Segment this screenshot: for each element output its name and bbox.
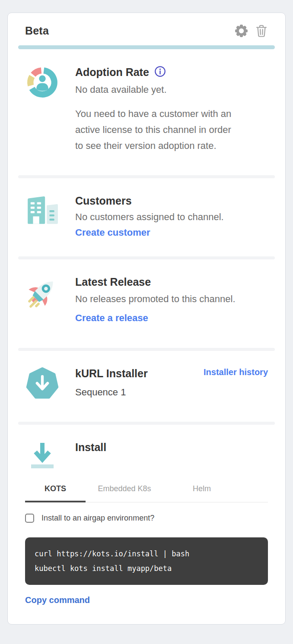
code-line-2: kubectl kots install myapp/beta: [35, 561, 258, 576]
installer-sequence: Sequence 1: [75, 387, 268, 398]
airgap-option-row: Install to an airgap environment?: [25, 514, 268, 523]
section-kurl-installer: kURL Installer Installer history Sequenc…: [18, 351, 275, 422]
latest-release-title: Latest Release: [75, 276, 268, 288]
code-line-1: curl https://kots.io/install | bash: [35, 546, 258, 561]
delete-button[interactable]: [255, 24, 268, 38]
channel-card: Beta: [7, 13, 286, 625]
adoption-rate-description: You need to have a customer with an acti…: [75, 106, 239, 154]
customers-title: Customers: [75, 195, 268, 207]
adoption-donut-icon: [25, 66, 59, 101]
channel-title: Beta: [25, 25, 234, 37]
install-tabs: KOTS Embedded K8s Helm: [25, 484, 268, 502]
create-release-link[interactable]: Create a release: [75, 313, 148, 324]
section-divider: [18, 422, 275, 425]
gear-icon: [234, 33, 248, 39]
card-header: Beta: [18, 13, 275, 45]
customers-status: No customers assigned to channel.: [75, 212, 268, 223]
trash-icon: [255, 33, 268, 39]
section-install: Install KOTS Embedded K8s Helm Install t…: [18, 425, 275, 605]
settings-button[interactable]: [234, 24, 248, 38]
info-icon[interactable]: [154, 66, 166, 79]
section-divider: [18, 256, 275, 259]
copy-command-link[interactable]: Copy command: [25, 595, 90, 605]
kurl-heptagon-download-icon: [26, 367, 59, 402]
header-actions: [234, 24, 268, 38]
adoption-rate-title: Adoption Rate: [75, 66, 149, 79]
buildings-icon: [25, 195, 59, 230]
download-arrow-icon: [27, 441, 57, 472]
channel-accent-bar: [18, 45, 275, 49]
rocket-icon: [24, 276, 61, 314]
section-customers: Customers No customers assigned to chann…: [18, 178, 275, 256]
section-adoption-rate: Adoption Rate No data available yet. You…: [18, 49, 275, 175]
section-divider: [18, 175, 275, 178]
section-divider: [18, 348, 275, 351]
adoption-rate-status: No data available yet.: [75, 84, 268, 95]
latest-release-status: No releases promoted to this channel.: [75, 294, 268, 305]
install-command-code-block: curl https://kots.io/install | bashkubec…: [25, 537, 268, 585]
airgap-label: Install to an airgap environment?: [41, 514, 154, 523]
airgap-checkbox[interactable]: [25, 514, 34, 523]
install-title: Install: [75, 441, 268, 454]
section-latest-release: Latest Release No releases promoted to t…: [18, 259, 275, 348]
kurl-installer-title: kURL Installer: [75, 367, 204, 380]
tab-embedded-k8s[interactable]: Embedded K8s: [86, 484, 163, 502]
tab-helm[interactable]: Helm: [163, 484, 240, 502]
installer-history-link[interactable]: Installer history: [204, 367, 268, 377]
create-customer-link[interactable]: Create customer: [75, 227, 150, 238]
tab-kots[interactable]: KOTS: [25, 484, 86, 502]
